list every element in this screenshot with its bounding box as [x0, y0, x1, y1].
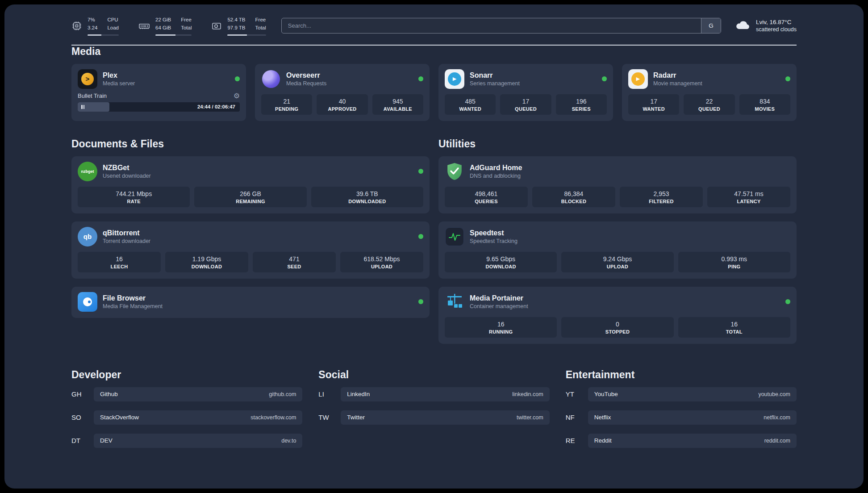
app-name: AdGuard Home: [470, 164, 522, 172]
stat-value: 1.19 Gbps: [167, 255, 246, 263]
stat-label: APPROVED: [318, 106, 366, 112]
stat-tile: 485 WANTED: [445, 94, 496, 115]
stat-value: 196: [558, 98, 605, 105]
stat-value: 22: [685, 98, 733, 105]
search-input[interactable]: [282, 18, 701, 33]
app-card-plex[interactable]: > Plex Media server Bullet Train ⚙: [71, 64, 246, 121]
app-card-qbittorrent[interactable]: qb qBittorrent Torrent downloader 16 LEE…: [71, 221, 430, 279]
storage-metric: 52.4 TB 97.9 TB Free Total: [211, 16, 266, 36]
status-dot-online: [418, 234, 423, 239]
stat-label: RUNNING: [447, 329, 555, 334]
utilities-column: Utilities: [438, 138, 797, 344]
stat-tile: 16 TOTAL: [678, 317, 790, 338]
app-card-overseerr[interactable]: Overseerr Media Requests 21 PENDING 40 A…: [255, 64, 430, 121]
stat-value: 9.24 Gbps: [563, 255, 672, 263]
radarr-icon: ▶: [628, 69, 648, 89]
stat-value: 744.21 Mbps: [79, 190, 188, 197]
bookmark-link[interactable]: Github github.com: [94, 387, 302, 401]
stat-value: 16: [680, 321, 789, 328]
app-card-adguard-home[interactable]: AdGuard Home DNS and adblocking 498,461 …: [438, 156, 797, 213]
now-playing-widget: Bullet Train ⚙ 24:44 / 02:06:47: [78, 92, 240, 112]
stat-value: 0.993 ms: [680, 255, 789, 263]
stat-tile: 17 QUEUED: [500, 94, 551, 115]
app-card-speedtest[interactable]: Speedtest Speedtest Tracking 9.65 Gbps D…: [438, 221, 797, 279]
bookmark-abbr: SO: [71, 414, 94, 421]
system-metrics: 7% 3.24 CPU Load: [71, 16, 266, 36]
app-card-sonarr[interactable]: ▶ Sonarr Series management 485 WANTED 17…: [438, 64, 613, 121]
cpu-values: 7% 3.24: [88, 16, 97, 32]
storage-usage-bar: [227, 34, 266, 36]
playback-seek-bar[interactable]: 24:44 / 02:06:47: [78, 102, 240, 112]
stat-tile: 744.21 Mbps RATE: [78, 187, 190, 207]
stat-label: STOPPED: [563, 329, 672, 334]
memory-metric: 22 GiB 64 GiB Free Total: [138, 16, 192, 36]
stat-label: UPLOAD: [563, 264, 672, 269]
bookmark-link[interactable]: YouTube youtube.com: [588, 387, 797, 401]
app-card-portainer[interactable]: Media Portainer Container management 16 …: [438, 287, 797, 344]
stat-label: SEED: [255, 264, 334, 269]
bookmark-link[interactable]: StackOverflow stackoverflow.com: [94, 410, 302, 425]
status-dot-online: [418, 76, 423, 81]
stat-value: 471: [255, 255, 334, 263]
stat-label: FILTERED: [622, 199, 701, 204]
search-bar: G: [281, 18, 721, 33]
pause-icon[interactable]: [81, 103, 84, 111]
dashboard: 7% 3.24 CPU Load: [4, 4, 864, 489]
app-subtitle: Media server: [103, 80, 135, 87]
stat-value: 21: [263, 98, 310, 105]
stat-label: PING: [680, 264, 789, 269]
bookmark-group-social: Social LI LinkedIn linkedin.com TW Twitt…: [318, 369, 549, 448]
stat-label: LEECH: [79, 264, 159, 269]
player-settings-gear-icon[interactable]: ⚙: [234, 92, 240, 100]
bookmark-link[interactable]: LinkedIn linkedin.com: [341, 387, 549, 401]
section-title-documents: Documents & Files: [71, 138, 430, 150]
storage-drive-icon: [211, 21, 222, 31]
bookmark-link[interactable]: DEV dev.to: [94, 434, 302, 448]
app-subtitle: Usenet downloader: [103, 173, 151, 179]
stat-label: DOWNLOADED: [313, 199, 421, 204]
bookmark-abbr: NF: [566, 414, 588, 421]
status-dot-online: [235, 76, 240, 81]
app-card-nzbget[interactable]: nzbget NZBGet Usenet downloader 744.21 M…: [71, 156, 430, 213]
stat-value: 16: [447, 321, 555, 328]
app-card-filebrowser[interactable]: File Browser Media File Management: [71, 287, 430, 318]
stat-value: 86,384: [534, 190, 613, 197]
stat-value: 40: [318, 98, 366, 105]
bookmark-link[interactable]: Twitter twitter.com: [341, 410, 549, 425]
storage-values: 52.4 TB 97.9 TB: [227, 16, 245, 32]
bookmark-abbr: TW: [318, 414, 341, 421]
stat-tile: 16 LEECH: [78, 252, 161, 272]
bookmark-dev: DT DEV dev.to: [71, 434, 302, 448]
nzbget-icon: nzbget: [78, 162, 97, 181]
app-name: Overseerr: [286, 71, 326, 79]
stat-tile: 39.6 TB DOWNLOADED: [311, 187, 423, 207]
memory-icon: [138, 21, 150, 31]
stat-label: MOVIES: [741, 106, 789, 112]
app-name: NZBGet: [103, 164, 151, 172]
app-card-radarr[interactable]: ▶ Radarr Movie management 17 WANTED 22 Q…: [622, 64, 797, 121]
bookmark-link[interactable]: Reddit reddit.com: [588, 434, 797, 448]
app-subtitle: Media File Management: [103, 303, 163, 309]
bookmark-youtube: YT YouTube youtube.com: [566, 387, 797, 401]
stat-label: TOTAL: [680, 329, 789, 334]
bookmark-twitter: TW Twitter twitter.com: [318, 410, 549, 425]
stat-value: 0: [563, 321, 672, 328]
status-dot-online: [602, 76, 607, 81]
app-name: Radarr: [653, 71, 702, 79]
documents-column: Documents & Files nzbget NZBGet Usenet d…: [71, 138, 430, 344]
weather-condition: scattered clouds: [756, 26, 797, 33]
stat-tile: 47.571 ms LATENCY: [707, 187, 790, 207]
bookmark-link[interactable]: Netflix netflix.com: [588, 410, 797, 425]
stat-tile: 2,953 FILTERED: [620, 187, 703, 207]
stat-tile: 196 SERIES: [556, 94, 607, 115]
app-subtitle: Container management: [470, 303, 528, 309]
section-title-developer: Developer: [71, 369, 302, 381]
search-engine-button[interactable]: G: [701, 18, 721, 33]
bookmark-abbr: YT: [566, 390, 588, 398]
bookmark-group-developer: Developer GH Github github.com SO StackO…: [71, 369, 302, 448]
stat-label: QUEUED: [502, 106, 549, 112]
status-dot-online: [418, 299, 423, 304]
status-dot-online: [785, 299, 790, 304]
app-subtitle: Series management: [470, 80, 520, 87]
stat-tile: 22 QUEUED: [684, 94, 734, 115]
